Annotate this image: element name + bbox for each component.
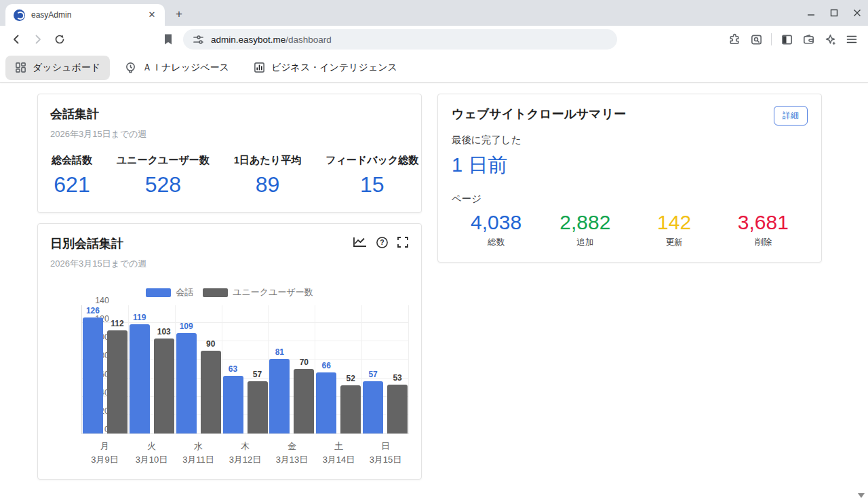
bar[interactable]	[176, 333, 197, 433]
x-category-label: 水3月11日	[175, 440, 222, 467]
bar-value-label: 81	[275, 347, 284, 357]
bar[interactable]	[130, 324, 150, 434]
bar[interactable]	[107, 330, 127, 433]
details-button[interactable]: 詳細	[774, 106, 808, 125]
analytics-icon	[254, 62, 265, 73]
chart-plot: 0204060801001201401261121191031099063578…	[81, 305, 409, 434]
bar[interactable]	[316, 372, 336, 433]
card-subtitle: 2026年3月15日までの週	[50, 258, 409, 270]
card-title: ウェブサイトクロールサマリー	[452, 106, 626, 122]
card-title: 日別会話集計	[50, 235, 123, 252]
dashboard-page: ダッシュボード ＡＩナレッジベース ビジネス・インテリジェンス 会話集計 202…	[0, 53, 868, 502]
nav-tab-dashboard[interactable]: ダッシュボード	[5, 56, 110, 80]
bar-value-label: 90	[206, 339, 215, 349]
legend-item[interactable]: ユニークユーザー数	[203, 286, 313, 298]
close-tab-icon[interactable]: ✕	[146, 9, 158, 21]
stat-daily-average: 1日あたり平均 89	[234, 154, 301, 197]
bar-value-label: 70	[300, 358, 309, 367]
bar-column: 90	[201, 339, 221, 433]
pages-added-stat: 2,882 追加	[540, 211, 629, 248]
bar-column: 63	[223, 364, 243, 434]
bar[interactable]	[223, 376, 243, 434]
wallet-icon[interactable]	[799, 30, 818, 49]
legend-item[interactable]: 会話	[146, 286, 193, 298]
nav-tab-label: ダッシュボード	[33, 62, 100, 74]
browser-tab[interactable]: easyAdmin ✕	[5, 4, 165, 26]
tab-title: easyAdmin	[31, 10, 146, 20]
pages-updated-stat: 142 更新	[630, 211, 719, 248]
side-panel-icon[interactable]	[777, 30, 796, 49]
bar-column: 70	[294, 358, 314, 433]
nav-tab-business-intelligence[interactable]: ビジネス・インテリジェンス	[244, 56, 407, 80]
search-tabs-icon[interactable]	[747, 30, 766, 49]
bar[interactable]	[248, 381, 268, 433]
bar[interactable]	[201, 351, 221, 433]
bar-column: 119	[130, 313, 150, 434]
psychology-icon	[125, 62, 136, 73]
bar-column: 112	[107, 319, 127, 433]
bar-column: 57	[363, 370, 383, 433]
legend-label: 会話	[176, 286, 193, 298]
window-maximize-button[interactable]	[830, 9, 838, 17]
bar[interactable]	[387, 385, 408, 433]
forward-button[interactable]	[28, 30, 47, 49]
legend-swatch	[146, 288, 171, 297]
help-icon[interactable]: ?	[376, 236, 389, 252]
bar-value-label: 63	[229, 364, 237, 374]
browser-toolbar: admin.easybot.me/dashboard	[0, 26, 868, 53]
legend-label: ユニークユーザー数	[233, 286, 313, 298]
bar[interactable]	[340, 385, 361, 433]
scrollbar-down-arrow[interactable]	[858, 493, 865, 498]
line-chart-toggle-icon[interactable]	[353, 236, 368, 251]
bar[interactable]	[363, 381, 383, 433]
svg-text:?: ?	[380, 239, 384, 246]
conversation-summary-card: 会話集計 2026年3月15日までの週 総会話数 621 ユニークユーザー数 5…	[37, 94, 422, 213]
window-close-button[interactable]	[853, 9, 861, 17]
extensions-puzzle-icon[interactable]	[725, 30, 744, 49]
toolbar-divider	[771, 33, 772, 45]
pages-label: ページ	[452, 193, 808, 206]
bar-value-label: 53	[393, 373, 401, 383]
bar-column: 57	[248, 370, 268, 433]
site-settings-icon[interactable]	[193, 34, 204, 45]
chart-bar-group: 5753	[362, 305, 409, 433]
bar-column: 81	[269, 347, 290, 433]
pages-deleted-stat: 3,681 削除	[719, 211, 808, 248]
stat-unique-users: ユニークユーザー数 528	[117, 154, 210, 197]
address-bar[interactable]: admin.easybot.me/dashboard	[183, 29, 617, 50]
dashboard-grid-icon	[15, 62, 26, 73]
x-category-label: 木3月12日	[222, 440, 269, 467]
card-subtitle: 2026年3月15日までの週	[50, 128, 409, 140]
x-category-label: 月3月9日	[81, 440, 128, 467]
bar[interactable]	[294, 369, 314, 433]
bar-value-label: 57	[368, 370, 377, 379]
window-minimize-button[interactable]	[807, 9, 815, 17]
nav-tab-ai-knowledge-base[interactable]: ＡＩナレッジベース	[115, 56, 239, 80]
bar-value-label: 109	[180, 322, 193, 331]
menu-hamburger-icon[interactable]	[842, 30, 861, 49]
url-text[interactable]: admin.easybot.me/dashboard	[211, 35, 332, 45]
browser-ai-sparkle-icon[interactable]	[821, 30, 840, 49]
fullscreen-icon[interactable]	[397, 236, 409, 251]
new-tab-button[interactable]: +	[170, 5, 188, 23]
bar[interactable]	[83, 317, 103, 433]
stat-total-conversations: 総会話数 621	[52, 154, 92, 197]
nav-tab-label: ビジネス・インテリジェンス	[271, 62, 397, 74]
last-completed-value: 1 日前	[452, 152, 808, 179]
app-nav-tabs: ダッシュボード ＡＩナレッジベース ビジネス・インテリジェンス	[0, 53, 868, 83]
reload-button[interactable]	[50, 30, 69, 49]
bar-value-label: 119	[133, 313, 146, 322]
legend-swatch	[203, 288, 228, 297]
bar-column: 53	[387, 373, 408, 433]
x-category-label: 日3月15日	[362, 440, 409, 467]
bar[interactable]	[269, 359, 290, 433]
bookmark-icon[interactable]	[159, 30, 178, 49]
chart-bar-group: 10990	[176, 305, 222, 433]
card-title: 会話集計	[50, 106, 409, 122]
x-category-label: 土3月14日	[315, 440, 362, 467]
back-button[interactable]	[7, 30, 26, 49]
pages-total-stat: 4,038 総数	[452, 211, 540, 248]
bar-value-label: 103	[157, 327, 171, 336]
bar-value-label: 66	[322, 361, 331, 370]
bar[interactable]	[154, 339, 174, 433]
